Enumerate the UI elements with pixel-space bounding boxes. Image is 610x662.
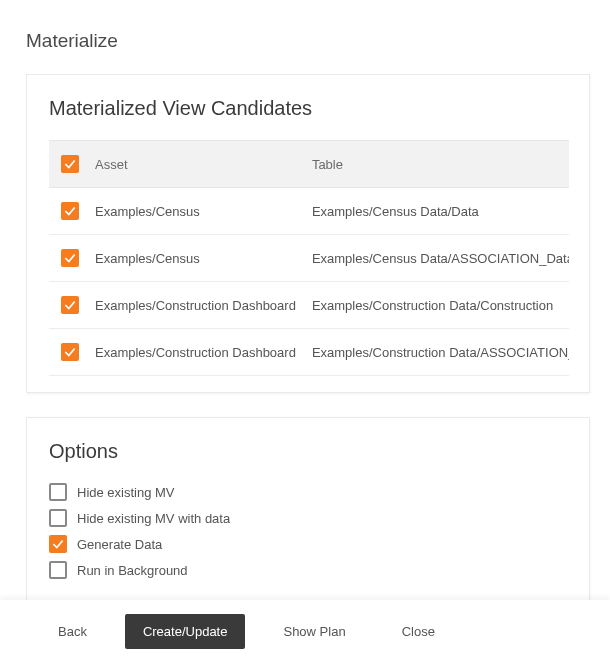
create-update-button[interactable]: Create/Update [125, 614, 246, 649]
option-label: Run in Background [77, 563, 188, 578]
back-button[interactable]: Back [40, 614, 105, 649]
table-row: Examples/CensusExamples/Census Data/ASSO… [49, 235, 569, 282]
check-icon [63, 251, 77, 265]
option-checkbox[interactable] [49, 535, 67, 553]
candidates-table: Asset Table Examples/CensusExamples/Cens… [49, 140, 569, 376]
candidates-table-scroll[interactable]: Asset Table Examples/CensusExamples/Cens… [49, 140, 569, 376]
options-title: Options [49, 440, 569, 463]
option-label: Hide existing MV with data [77, 511, 230, 526]
materialize-dialog: Materialize Materialized View Candidates… [0, 0, 610, 662]
option-checkbox[interactable] [49, 483, 67, 501]
candidates-title: Materialized View Candidates [49, 97, 569, 120]
table-row: Examples/CensusExamples/Census Data/Data [49, 188, 569, 235]
row-checkbox[interactable] [61, 296, 79, 314]
row-checkbox[interactable] [61, 343, 79, 361]
row-asset: Examples/Construction Dashboard [87, 282, 304, 329]
check-icon [63, 204, 77, 218]
option-row: Generate Data [49, 535, 569, 553]
option-label: Generate Data [77, 537, 162, 552]
check-icon [63, 345, 77, 359]
check-icon [51, 537, 65, 551]
row-table: Examples/Construction Data/ASSOCIATION_C… [304, 329, 569, 376]
show-plan-button[interactable]: Show Plan [265, 614, 363, 649]
candidates-card: Materialized View Candidates Asset Table [26, 74, 590, 393]
check-icon [63, 298, 77, 312]
row-checkbox[interactable] [61, 202, 79, 220]
candidates-header-row: Asset Table [49, 141, 569, 188]
dialog-title: Materialize [0, 0, 610, 52]
dialog-scroll-area[interactable]: Materialized View Candidates Asset Table [26, 74, 596, 600]
option-row: Hide existing MV with data [49, 509, 569, 527]
option-label: Hide existing MV [77, 485, 175, 500]
row-checkbox[interactable] [61, 249, 79, 267]
option-checkbox[interactable] [49, 509, 67, 527]
option-row: Hide existing MV [49, 483, 569, 501]
row-table: Examples/Census Data/Data [304, 188, 569, 235]
row-table: Examples/Census Data/ASSOCIATION_Data [304, 235, 569, 282]
select-all-checkbox[interactable] [61, 155, 79, 173]
row-asset: Examples/Census [87, 235, 304, 282]
row-asset: Examples/Census [87, 188, 304, 235]
column-asset[interactable]: Asset [87, 141, 304, 188]
row-table: Examples/Construction Data/Construction [304, 282, 569, 329]
column-table[interactable]: Table [304, 141, 569, 188]
button-bar: Back Create/Update Show Plan Close [0, 600, 610, 662]
option-row: Run in Background [49, 561, 569, 579]
options-card: Options Hide existing MVHide existing MV… [26, 417, 590, 600]
row-asset: Examples/Construction Dashboard [87, 329, 304, 376]
table-row: Examples/Construction DashboardExamples/… [49, 282, 569, 329]
table-row: Examples/Construction DashboardExamples/… [49, 329, 569, 376]
check-icon [63, 157, 77, 171]
option-checkbox[interactable] [49, 561, 67, 579]
close-button[interactable]: Close [384, 614, 453, 649]
